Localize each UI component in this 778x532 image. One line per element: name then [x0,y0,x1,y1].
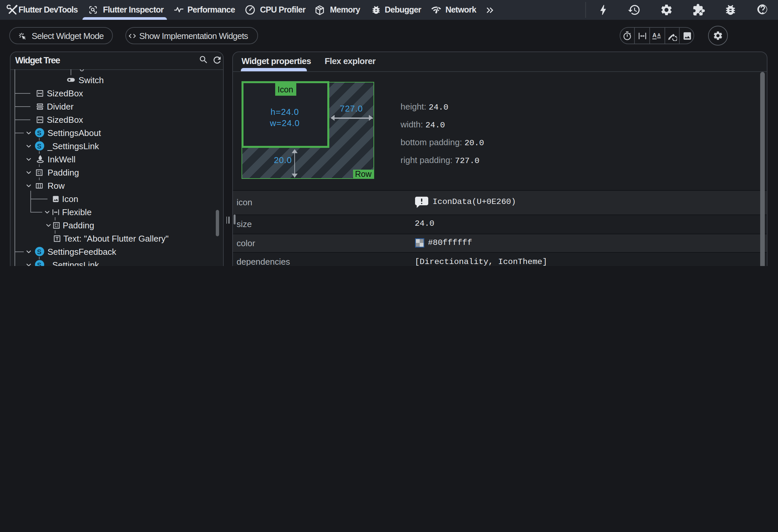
svg-text:A: A [652,32,656,38]
svg-text:A: A [657,32,660,37]
